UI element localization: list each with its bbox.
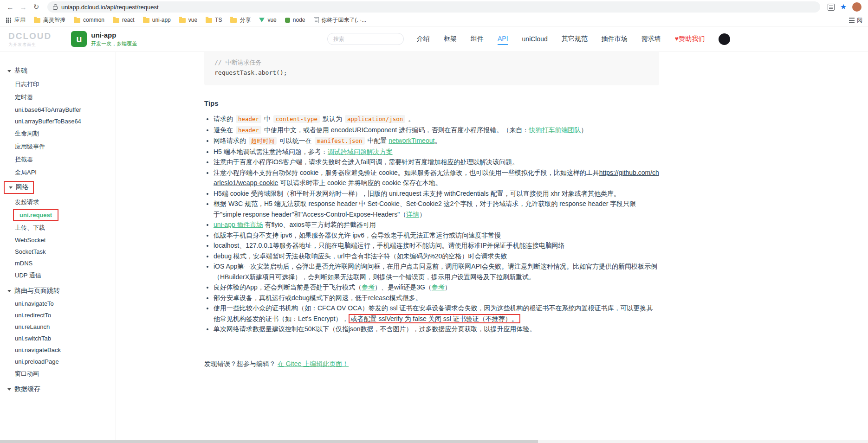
doc-icon	[314, 17, 319, 23]
horizontal-scrollbar-thumb[interactable]	[0, 440, 538, 443]
sidebar-item[interactable]: uni.request	[13, 209, 58, 221]
reload-button[interactable]: ↻	[31, 1, 42, 13]
sidebar-item[interactable]: uni.arrayBufferToBase64	[0, 116, 116, 127]
tip-item: H5端 cookie 受跨域限制（和平时开发网站时一样），旧版的 uni.req…	[214, 188, 659, 199]
doc-link[interactable]: 调试跨域问题解决方案	[328, 148, 393, 155]
bookmark-item[interactable]: vue	[179, 17, 197, 23]
sidebar-item[interactable]: 日志打印	[0, 78, 116, 91]
bookmark-item[interactable]: react	[113, 17, 135, 23]
tip-text: H5端 cookie 受跨域限制（和平时开发网站时一样），旧版的 uni.req…	[214, 190, 620, 197]
doc-link[interactable]: 快狗打车前端团队	[529, 126, 581, 134]
nav-item-组件[interactable]: 组件	[471, 33, 484, 45]
sidebar-item[interactable]: uni.preloadPage	[0, 356, 116, 367]
tip-text: debug 模式，安卓端暂时无法获取响应头，url中含有非法字符（如未编码为%2…	[214, 252, 507, 260]
code-line: // 中断请求任务	[214, 58, 649, 68]
sidebar-item[interactable]: 生命周期	[0, 127, 116, 140]
sidebar-section-title[interactable]: 路由与页面跳转	[0, 284, 116, 298]
translate-icon[interactable]	[828, 4, 835, 11]
sidebar-item[interactable]: 窗口动画	[0, 367, 116, 380]
doc-link[interactable]: uni-app 插件市场	[214, 221, 263, 228]
tip-item: 良好体验的App，还会判断当前是否处于飞行模式（参考）、是wifi还是3G（参考…	[214, 282, 659, 293]
edit-page-link[interactable]: 在 Gitee 上编辑此页面！	[278, 360, 349, 367]
nav-item-框架[interactable]: 框架	[444, 33, 457, 45]
sidebar-item[interactable]: uni.base64ToArrayBuffer	[0, 104, 116, 116]
sidebar-item[interactable]: mDNS	[0, 257, 116, 269]
tip-text: 默认为	[321, 115, 344, 122]
heart-icon: ♥	[675, 35, 679, 42]
bookmark-item[interactable]: node	[285, 17, 305, 23]
bookmarks-bar: 应用高灵智搜commonreactuni-appvueTS分享vuenode你终…	[0, 14, 868, 26]
bookmark-star-icon[interactable]: ★	[840, 3, 847, 11]
nav-item-uniCloud[interactable]: uniCloud	[522, 33, 548, 45]
bookmark-item[interactable]: uni-app	[143, 17, 171, 23]
bookmark-item[interactable]: 分享	[230, 16, 251, 24]
bookmark-item[interactable]: 应用	[6, 16, 26, 24]
nav-item-其它规范[interactable]: 其它规范	[562, 33, 588, 45]
uniapp-brand[interactable]: u uni-app 开发一次，多端覆盖	[71, 31, 137, 47]
folder-icon	[206, 18, 212, 23]
bookmark-item[interactable]: common	[74, 17, 104, 23]
tip-text: ）	[419, 211, 426, 218]
nav-item-需求墙[interactable]: 需求墙	[641, 33, 661, 45]
nav-item-介绍[interactable]: 介绍	[417, 33, 430, 45]
user-avatar[interactable]	[719, 33, 730, 45]
bookmark-item[interactable]: TS	[206, 17, 222, 23]
forward-button[interactable]: →	[18, 1, 29, 13]
sidebar-item[interactable]: 拦截器	[0, 153, 116, 166]
dcloud-logo[interactable]: DCLOUD 为开发者而生	[8, 32, 52, 47]
nav-item-插件市场[interactable]: 插件市场	[602, 33, 628, 45]
sidebar-item[interactable]: 应用级事件	[0, 140, 116, 153]
sidebar-item[interactable]: 发起请求	[0, 196, 116, 209]
sidebar-item[interactable]: uni.redirectTo	[0, 309, 116, 321]
edit-footer: 发现错误？想参与编辑？ 在 Gitee 上编辑此页面！	[204, 360, 659, 368]
tip-text: 良好体验的App，还会判断当前是否处于飞行模式（	[214, 283, 362, 291]
doc-link[interactable]: networkTimeout	[389, 137, 434, 144]
bookmark-label: 应用	[14, 16, 26, 24]
sidebar-item[interactable]: uni.reLaunch	[0, 321, 116, 333]
sidebar-item[interactable]: WebSocket	[0, 234, 116, 246]
sidebar-section-label: 路由与页面跳转	[14, 287, 60, 295]
folder-icon	[143, 18, 149, 23]
tip-text: 可以请求时带上 cookie 并将响应的 cookie 保存在本地。	[278, 179, 441, 186]
doc-link[interactable]: 参考	[432, 283, 445, 291]
dcloud-tagline: 为开发者而生	[8, 43, 52, 47]
code-block: // 中断请求任务requestTask.abort();	[204, 52, 659, 85]
sidebar-item[interactable]: uni.navigateBack	[0, 344, 116, 356]
sidebar-section-title[interactable]: 数据缓存	[0, 382, 116, 396]
sidebar-item[interactable]: 全局API	[0, 166, 116, 179]
sidebar-section-title[interactable]: 基础	[0, 64, 116, 78]
reading-list-icon	[849, 18, 855, 23]
red-annotation-box: 或者配置 sslVerify 为 false 关闭 ssl 证书验证（不推荐）。	[349, 314, 520, 323]
sidebar-item[interactable]: 定时器	[0, 91, 116, 104]
bookmark-item[interactable]: 高灵智搜	[34, 16, 65, 24]
bookmark-label: 分享	[240, 16, 251, 24]
bookmark-item[interactable]: vue	[259, 17, 276, 23]
inline-code: content-type	[273, 115, 320, 123]
reading-list-button[interactable]: 阅	[849, 16, 862, 24]
sidebar-item[interactable]: UDP 通信	[0, 269, 116, 282]
sidebar-item[interactable]: 上传、下载	[0, 221, 116, 234]
sidebar-section-label: 数据缓存	[14, 385, 40, 393]
bookmark-item[interactable]: 你终于回来了(. ·...	[314, 16, 367, 24]
doc-link[interactable]: 详情	[406, 211, 419, 218]
sidebar-item[interactable]: uni.switchTab	[0, 333, 116, 344]
search-input[interactable]	[327, 33, 404, 45]
folder-icon	[113, 18, 119, 23]
sidebar-section-title[interactable]: 网络	[4, 181, 34, 194]
tip-item: 单次网络请求数据量建议控制在50K以下（仅指json数据，不含图片），过多数据应…	[214, 324, 659, 334]
bookmark-label: node	[293, 17, 305, 23]
tip-text: 注意由于百度小程序iOS客户端，请求失败时会进入fail回调，需要针对百度增加相…	[214, 158, 518, 166]
sidebar-item[interactable]: uni.navigateTo	[0, 298, 116, 309]
back-button[interactable]: ←	[5, 1, 16, 13]
nav-item-API[interactable]: API	[498, 33, 508, 45]
doc-link[interactable]: 参考	[362, 283, 375, 291]
url-bar[interactable]: uniapp.dcloud.io/api/request/request	[47, 1, 820, 13]
tip-text: 中配置	[366, 137, 389, 144]
tip-item: 注意由于百度小程序iOS客户端，请求失败时会进入fail回调，需要针对百度增加相…	[214, 157, 659, 167]
sidebar-item[interactable]: SocketTask	[0, 246, 116, 257]
bookmark-label: vue	[267, 17, 276, 23]
page-body: 基础日志打印定时器uni.base64ToArrayBufferuni.arra…	[0, 52, 868, 443]
browser-profile-avatar[interactable]	[852, 2, 862, 12]
site-header: DCLOUD 为开发者而生 u uni-app 开发一次，多端覆盖 介绍框架组件…	[0, 26, 868, 52]
nav-item-赞助我们[interactable]: ♥赞助我们	[675, 33, 705, 45]
